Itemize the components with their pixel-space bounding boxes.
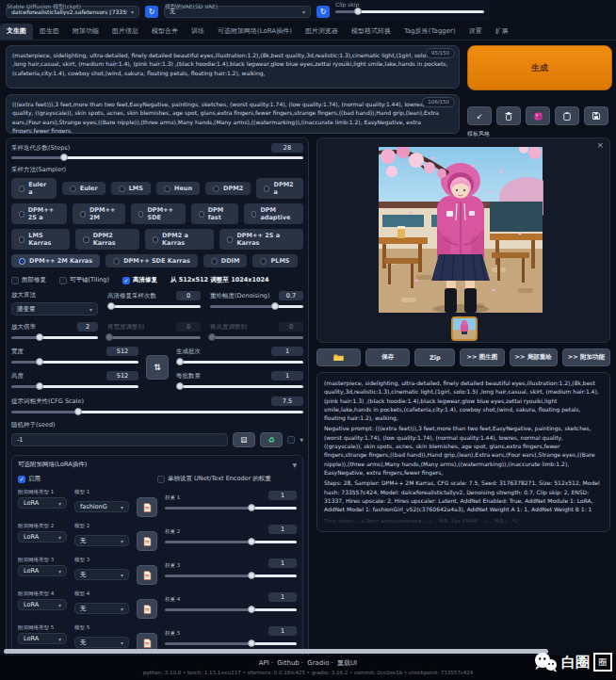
- tab-checkpoint-merger[interactable]: 模型合并: [145, 24, 185, 40]
- swap-dimensions-button[interactable]: ⇅: [146, 355, 169, 380]
- footer-link-reload-ui[interactable]: 重载UI: [337, 659, 357, 667]
- sampler-option[interactable]: DDIM: [203, 254, 248, 267]
- sampler-option[interactable]: DPM adaptive: [244, 203, 303, 224]
- separate-weights-checkbox[interactable]: 单独设置 UNet/Text Encoder 的权重: [157, 475, 271, 483]
- lora-weight-value[interactable]: 1: [268, 525, 297, 534]
- lora-type-select[interactable]: LoRA▾: [18, 497, 67, 509]
- gallery-thumbnail[interactable]: [451, 316, 478, 341]
- hires-steps-slider[interactable]: [107, 305, 201, 308]
- collapse-icon[interactable]: ▼: [292, 461, 297, 468]
- tab-settings[interactable]: 设置: [462, 24, 489, 40]
- sampler-option[interactable]: PLMS: [252, 254, 297, 267]
- lora-model-select[interactable]: 无▾: [74, 637, 129, 648]
- denoising-value[interactable]: 0.7: [279, 291, 303, 300]
- lora-model-select[interactable]: fashionG▾: [74, 501, 129, 512]
- footer-link-github[interactable]: Github: [277, 659, 299, 667]
- upscale-by-slider[interactable]: [11, 336, 98, 339]
- sampler-option[interactable]: Heun: [156, 182, 200, 195]
- steps-slider[interactable]: [11, 156, 303, 159]
- sampler-option[interactable]: DPM2 a: [256, 178, 303, 199]
- save-style-button[interactable]: [584, 106, 608, 125]
- width-value[interactable]: 512: [106, 347, 138, 356]
- lora-weight-slider[interactable]: [165, 507, 297, 510]
- refresh-vae-button[interactable]: ↻: [316, 6, 330, 18]
- hires-fix-checkbox[interactable]: ✓高清修复: [122, 276, 157, 284]
- send-to-inpaint-button[interactable]: >> 局部重绘: [510, 348, 558, 366]
- batch-count-slider[interactable]: [176, 361, 303, 364]
- lora-enable-checkbox[interactable]: ✓启用: [18, 475, 157, 483]
- lora-model-info-button[interactable]: [137, 599, 157, 619]
- sampler-option-selected[interactable]: DPM++ 2M Karras: [11, 254, 100, 267]
- sampler-option[interactable]: LMS: [111, 182, 151, 195]
- width-slider[interactable]: [11, 361, 138, 364]
- sampler-option[interactable]: Euler a: [11, 178, 57, 199]
- upscaler-select[interactable]: 潜变量 ▾: [11, 302, 98, 316]
- generate-button[interactable]: 生成: [467, 45, 612, 90]
- tab-txt2img[interactable]: 文生图: [0, 24, 33, 40]
- clear-prompt-button[interactable]: [496, 106, 521, 125]
- seed-input[interactable]: -1: [11, 433, 228, 446]
- tab-pnginfo[interactable]: 图片信息: [105, 24, 145, 40]
- sampler-option[interactable]: LMS Karras: [11, 229, 70, 250]
- lora-weight-value[interactable]: 1: [268, 592, 297, 602]
- send-to-img2img-button[interactable]: >> 图生图: [460, 348, 504, 366]
- height-value[interactable]: 512: [106, 371, 138, 380]
- extra-networks-button[interactable]: [526, 106, 550, 125]
- sampler-option[interactable]: DPM++ 2S a: [11, 203, 67, 224]
- lora-model-select[interactable]: 无▾: [74, 603, 129, 614]
- lora-model-select[interactable]: 无▾: [74, 535, 129, 546]
- lora-weight-slider[interactable]: [165, 642, 297, 645]
- hires-steps-value[interactable]: 0: [176, 291, 201, 300]
- tiling-checkbox[interactable]: 可平铺(Tiling): [59, 276, 109, 284]
- save-button[interactable]: 保存: [365, 348, 410, 366]
- lora-weight-slider[interactable]: [165, 575, 297, 577]
- lora-weight-value[interactable]: 1: [268, 626, 297, 636]
- checkpoint-select[interactable]: Stable Diffusion 模型(ckpt) dalceforealist…: [6, 6, 139, 18]
- batch-size-value[interactable]: 1: [271, 371, 303, 380]
- height-slider[interactable]: [11, 385, 138, 388]
- lora-model-info-button[interactable]: [137, 497, 157, 517]
- tab-model-converter[interactable]: 模型格式转换: [345, 24, 397, 40]
- generated-image[interactable]: [378, 147, 543, 313]
- batch-count-value[interactable]: 1: [271, 347, 303, 356]
- cfg-value[interactable]: 7.5: [271, 397, 303, 406]
- lora-type-select[interactable]: LoRA▾: [18, 565, 67, 576]
- lora-weight-slider[interactable]: [165, 541, 297, 543]
- sampler-option[interactable]: DPM fast: [191, 203, 238, 224]
- prompt-textarea[interactable]: (masterpiece, sidelighting, ultra-detail…: [6, 45, 460, 89]
- lora-model-info-button[interactable]: [137, 531, 157, 551]
- sampler-option[interactable]: DPM2 Karras: [75, 229, 138, 250]
- lora-type-select[interactable]: LoRA▾: [18, 531, 67, 542]
- zip-button[interactable]: Zip: [414, 348, 455, 366]
- steps-value[interactable]: 28: [271, 143, 303, 153]
- close-icon[interactable]: ×: [596, 140, 604, 150]
- lora-weight-value[interactable]: 1: [268, 491, 297, 500]
- denoising-slider[interactable]: [210, 305, 303, 308]
- lora-type-select[interactable]: LoRA▾: [18, 599, 67, 610]
- tab-tagger[interactable]: Tag反推(Tagger): [397, 24, 462, 40]
- sampler-option[interactable]: DPM2: [205, 182, 251, 195]
- vae-select[interactable]: 模型的VAE(SD VAE) 无 ▾: [164, 6, 311, 18]
- sampler-option[interactable]: DPM++ 2M: [73, 203, 125, 224]
- sampler-option[interactable]: DPM2 a Karras: [145, 229, 214, 250]
- tab-extras[interactable]: 附加功能: [66, 24, 105, 40]
- tab-additional-networks[interactable]: 可选附加网络(LoRA插件): [211, 24, 299, 40]
- lora-weight-slider[interactable]: [165, 608, 297, 611]
- sampler-option[interactable]: DPM++ SDE: [131, 203, 186, 224]
- extra-seed-checkbox[interactable]: [287, 436, 295, 444]
- footer-link-api[interactable]: API: [259, 659, 269, 667]
- upscale-by-value[interactable]: 2: [77, 322, 98, 332]
- random-seed-button[interactable]: ⚄: [233, 432, 255, 447]
- batch-size-slider[interactable]: [176, 385, 303, 388]
- apply-style-button[interactable]: [555, 106, 579, 125]
- horizontal-scrollbar[interactable]: [4, 649, 548, 654]
- paste-params-button[interactable]: ↙: [467, 106, 492, 125]
- tab-img2img[interactable]: 图生图: [33, 24, 66, 40]
- tab-image-browser[interactable]: 图片浏览器: [299, 24, 345, 40]
- lora-type-select[interactable]: LoRA▾: [18, 633, 67, 644]
- cfg-slider[interactable]: [11, 411, 303, 413]
- restore-faces-checkbox[interactable]: 面部修复: [11, 276, 46, 284]
- lora-weight-value[interactable]: 1: [268, 559, 297, 568]
- sampler-option[interactable]: Euler: [62, 182, 105, 195]
- sampler-option[interactable]: DPM++ SDE Karras: [105, 254, 198, 267]
